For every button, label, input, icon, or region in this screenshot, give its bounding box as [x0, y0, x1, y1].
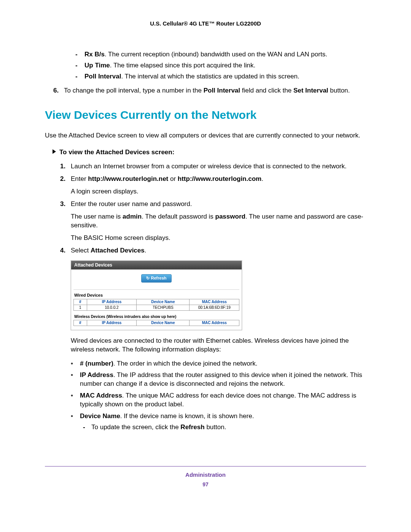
- url-text: http://www.routerlogin.com: [178, 175, 261, 182]
- list-item: IP Address. The IP address that the rout…: [71, 371, 366, 388]
- bold-text: Set Interval: [293, 87, 328, 94]
- step-4: 4. Select Attached Devices.: [60, 246, 366, 255]
- step-number: 1.: [60, 162, 65, 171]
- step-number: 2.: [60, 175, 65, 184]
- wired-devices-table: # IP Address Device Name MAC Address 1 1…: [73, 299, 239, 311]
- url-text: http://www.routerlogin.net: [88, 175, 168, 182]
- list-item: # (number). The order in which the devic…: [71, 359, 366, 368]
- intro-paragraph: Use the Attached Device screen to view a…: [45, 131, 366, 140]
- step-note: The user name is admin. The default pass…: [71, 212, 366, 230]
- term-rx-bs: Rx B/s: [84, 51, 105, 58]
- text: or: [168, 175, 178, 182]
- task-heading: To view the Attached Devices screen:: [53, 148, 366, 157]
- text: button.: [205, 423, 226, 431]
- footer-section: Administration: [45, 471, 366, 479]
- col-num: #: [74, 299, 87, 305]
- term-number: # (number): [80, 360, 113, 367]
- def-device-name: . If the device name is known, it is sho…: [120, 412, 254, 420]
- refresh-label: Refresh: [151, 276, 167, 280]
- def-uptime: . The time elapsed since this port acqui…: [110, 62, 255, 69]
- bold-text: Refresh: [180, 423, 204, 431]
- attached-devices-panel: Attached Devices ↻ Refresh Wired Devices…: [71, 260, 242, 330]
- text: Select: [71, 247, 91, 254]
- section-heading: View Devices Currently on the Network: [45, 107, 366, 123]
- cell-ip: 10.0.0.2: [87, 305, 137, 310]
- table-header-row: # IP Address Device Name MAC Address: [74, 320, 239, 326]
- bold-text: Attached Devices: [91, 247, 145, 254]
- text: The user name is: [71, 213, 123, 220]
- refresh-icon: ↻: [146, 276, 150, 280]
- def-pollint: . The interval at which the statistics a…: [121, 73, 299, 80]
- arrow-icon: [53, 149, 56, 154]
- step-number: 4.: [60, 246, 65, 255]
- list-item: To update the screen, click the Refresh …: [83, 423, 366, 432]
- panel-body: ↻ Refresh Wired Devices # IP Address Dev…: [71, 270, 242, 329]
- col-ip: IP Address: [87, 320, 137, 326]
- text: .: [261, 175, 263, 182]
- refresh-button[interactable]: ↻ Refresh: [141, 274, 171, 283]
- def-number: . The order in which the device joined t…: [113, 360, 258, 367]
- col-name: Device Name: [137, 320, 190, 326]
- page-number: 97: [45, 481, 366, 488]
- text: To change the poll interval, type a numb…: [64, 87, 204, 94]
- footer-rule: [45, 466, 366, 466]
- step-text: Enter the router user name and password.: [71, 200, 366, 209]
- step-text: Enter http://www.routerlogin.net or http…: [71, 175, 366, 184]
- definition-list-continued: Rx B/s. The current reception (inbound) …: [75, 50, 366, 81]
- text: button.: [328, 87, 350, 94]
- term-mac: MAC Address: [80, 392, 122, 399]
- refresh-row: ↻ Refresh: [73, 272, 239, 290]
- step-2: 2. Enter http://www.routerlogin.net or h…: [60, 175, 366, 196]
- text: .: [145, 247, 147, 254]
- text: field and click the: [240, 87, 293, 94]
- wireless-devices-label: Wireless Devices (Wireless intruders als…: [74, 315, 239, 319]
- step-text: Select Attached Devices.: [71, 246, 366, 255]
- document-header: U.S. Cellular® 4G LTE™ Router LG2200D: [45, 20, 366, 27]
- step-6: 6. To change the poll interval, type a n…: [53, 86, 366, 95]
- bold-text: password: [215, 213, 245, 220]
- list-item: Up Time. The time elapsed since this por…: [75, 61, 366, 70]
- term-pollint: Poll Interval: [84, 73, 121, 80]
- term-uptime: Up Time: [84, 62, 110, 69]
- term-ip: IP Address: [80, 371, 113, 379]
- def-rx-bs: . The current reception (inbound) bandwi…: [105, 51, 327, 58]
- step-result: The BASIC Home screen displays.: [71, 234, 366, 243]
- text: . The default password is: [142, 213, 215, 220]
- step-number: 3.: [60, 200, 65, 209]
- list-item: MAC Address. The unique MAC address for …: [71, 391, 366, 409]
- step-text: To change the poll interval, type a numb…: [64, 86, 350, 95]
- table-header-row: # IP Address Device Name MAC Address: [74, 299, 239, 305]
- col-name: Device Name: [137, 299, 190, 305]
- bold-text: admin: [123, 213, 142, 220]
- panel-title: Attached Devices: [71, 261, 242, 270]
- cell-name: TECHPUBS: [137, 305, 190, 310]
- col-mac: MAC Address: [190, 320, 239, 326]
- task-label: To view the Attached Devices screen:: [59, 149, 174, 156]
- bold-text: Poll Interval: [204, 87, 240, 94]
- procedure-list: 1. Launch an Internet browser from a com…: [60, 162, 366, 255]
- step-number: 6.: [53, 86, 64, 95]
- col-num: #: [74, 320, 87, 326]
- step-result: A login screen displays.: [71, 187, 366, 196]
- after-panel-paragraph: Wired devices are connected to the route…: [71, 337, 366, 354]
- step-text: Launch an Internet browser from a comput…: [71, 162, 366, 171]
- list-item: Rx B/s. The current reception (inbound) …: [75, 50, 366, 59]
- step-3: 3. Enter the router user name and passwo…: [60, 200, 366, 243]
- field-definition-list: # (number). The order in which the devic…: [71, 359, 366, 432]
- sub-list: To update the screen, click the Refresh …: [83, 423, 366, 432]
- term-device-name: Device Name: [80, 412, 120, 420]
- table-row: 1 10.0.0.2 TECHPUBS 00:1A:6B:6D:8F:19: [74, 305, 239, 310]
- page-footer: Administration 97: [45, 471, 366, 488]
- text: Enter: [71, 175, 88, 182]
- text: To update the screen, click the: [91, 423, 180, 431]
- wireless-devices-table: # IP Address Device Name MAC Address: [73, 320, 239, 326]
- col-mac: MAC Address: [190, 299, 239, 305]
- list-item: Poll Interval. The interval at which the…: [75, 72, 366, 81]
- cell-mac: 00:1A:6B:6D:8F:19: [190, 305, 239, 310]
- col-ip: IP Address: [87, 299, 137, 305]
- def-ip: . The IP address that the router assigne…: [80, 371, 362, 387]
- wired-devices-label: Wired Devices: [74, 293, 239, 298]
- step-1: 1. Launch an Internet browser from a com…: [60, 162, 366, 171]
- cell-num: 1: [74, 305, 87, 310]
- list-item: Device Name. If the device name is known…: [71, 412, 366, 432]
